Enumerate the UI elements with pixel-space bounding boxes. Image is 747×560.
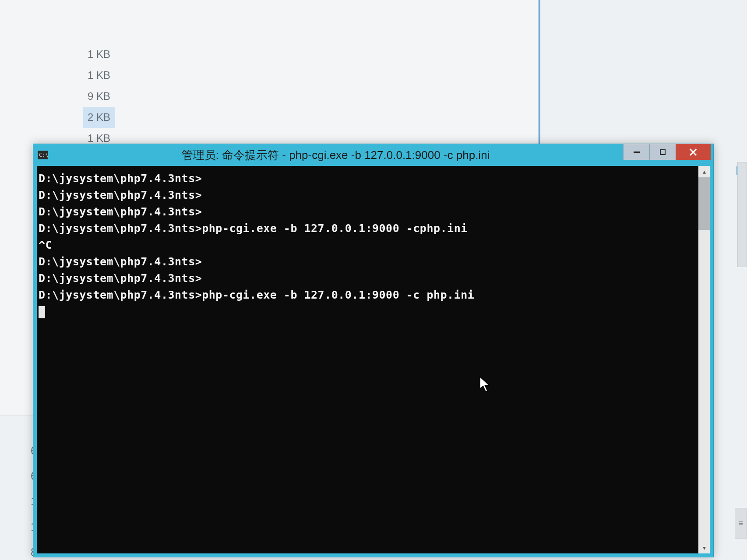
cmd-icon: C:\ (38, 151, 48, 159)
minimize-button[interactable] (623, 144, 649, 160)
console-line: D:\jysystem\php7.4.3nts>php-cgi.exe -b 1… (39, 287, 697, 303)
console-line: D:\jysystem\php7.4.3nts> (39, 187, 697, 204)
console-line: D:\jysystem\php7.4.3nts> (39, 170, 697, 187)
close-button[interactable] (676, 144, 711, 160)
maximize-button[interactable] (649, 144, 676, 160)
window-title: 管理员: 命令提示符 - php-cgi.exe -b 127.0.0.1:90… (53, 148, 619, 163)
file-size-cell: 1 KB (83, 44, 115, 65)
console-frame: D:\jysystem\php7.4.3nts>D:\jysystem\php7… (37, 166, 710, 553)
console-line: D:\jysystem\php7.4.3nts> (39, 270, 697, 287)
console-line: ^C (39, 237, 697, 254)
console-line: D:\jysystem\php7.4.3nts> (39, 204, 697, 220)
console-output[interactable]: D:\jysystem\php7.4.3nts>D:\jysystem\php7… (37, 166, 698, 553)
right-scrollbar-partial[interactable] (737, 162, 747, 267)
console-vertical-scrollbar[interactable]: ▴ ▾ (698, 166, 710, 553)
scroll-thumb[interactable] (698, 177, 710, 230)
scroll-down-icon[interactable]: ▾ (698, 542, 710, 553)
maximize-icon (660, 149, 666, 155)
cmd-window[interactable]: C:\ 管理员: 命令提示符 - php-cgi.exe -b 127.0.0.… (33, 144, 714, 557)
minimize-icon (634, 151, 640, 153)
file-size-cell: 1 KB (83, 65, 115, 86)
console-cursor-line (39, 303, 697, 320)
text-cursor (39, 306, 45, 318)
console-line: D:\jysystem\php7.4.3nts>php-cgi.exe -b 1… (39, 220, 697, 237)
window-controls (623, 144, 711, 166)
scroll-up-icon[interactable]: ▴ (698, 166, 710, 177)
console-line: D:\jysystem\php7.4.3nts> (39, 254, 697, 270)
right-scroll-handle[interactable]: ≡ (735, 508, 747, 539)
file-size-cell-selected[interactable]: 2 KB (83, 107, 115, 128)
file-size-cell: 9 KB (83, 86, 115, 107)
titlebar[interactable]: C:\ 管理员: 命令提示符 - php-cgi.exe -b 127.0.0.… (33, 144, 713, 166)
close-icon (689, 148, 697, 156)
file-size-column: 1 KB 1 KB 9 KB 2 KB 1 KB (83, 44, 115, 149)
